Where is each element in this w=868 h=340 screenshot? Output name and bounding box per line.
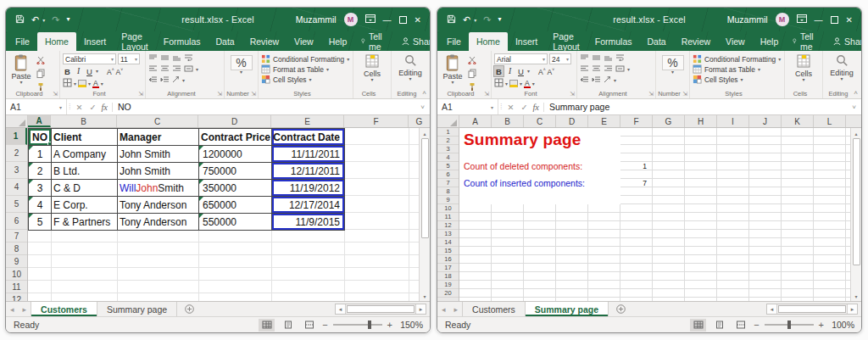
scroll-up-icon[interactable]: ▴ (423, 128, 426, 138)
save-icon[interactable] (447, 14, 456, 25)
row-header[interactable]: 2 (437, 137, 459, 145)
collapse-ribbon-icon[interactable]: ˄ (422, 89, 426, 97)
undo-caret-icon[interactable]: ▾ (42, 17, 45, 23)
align-left-icon[interactable] (148, 65, 158, 74)
column-header[interactable]: I (717, 115, 749, 127)
user-name[interactable]: Muzammil (296, 14, 337, 25)
row-header[interactable]: 5 (6, 196, 27, 213)
increase-indent-icon[interactable] (592, 76, 601, 85)
cell-D5[interactable]: 650000 (199, 197, 272, 214)
tab-file[interactable]: File (8, 31, 37, 51)
row-header[interactable]: 15 (437, 247, 459, 255)
orientation-icon[interactable] (172, 75, 180, 85)
cell-D4[interactable]: 350000 (199, 180, 272, 197)
clipboard-dialog-launcher-icon[interactable]: ⇲ (484, 91, 489, 98)
fill-caret-icon[interactable]: ▾ (88, 82, 91, 86)
cell-B1[interactable]: Client (52, 129, 118, 146)
row-header[interactable]: 1 (437, 128, 459, 137)
undo-icon[interactable]: ↶ (463, 15, 470, 25)
align-top-icon[interactable] (148, 54, 158, 63)
row-header[interactable]: 10 (437, 204, 459, 213)
sheet-tab-summary-page[interactable]: Summary page (526, 302, 609, 316)
increase-font-icon[interactable]: A˄ (107, 67, 114, 76)
formula-input[interactable]: NO (113, 102, 420, 112)
cell-A5[interactable]: 4 (29, 197, 52, 214)
row-header[interactable]: 16 (437, 255, 459, 264)
font-color-icon[interactable]: A (92, 80, 99, 88)
cells-area[interactable]: Summary page Count of deleted components… (459, 128, 850, 301)
underline-caret-icon[interactable]: ▾ (96, 70, 98, 73)
paste-caret-icon[interactable]: ▾ (451, 81, 453, 84)
tab-review[interactable]: Review (242, 31, 287, 51)
align-top-icon[interactable] (580, 54, 589, 63)
sheet-nav-left-icon[interactable]: ◂ (6, 302, 19, 316)
zoom-in-icon[interactable]: + (819, 320, 824, 330)
merge-caret-icon[interactable]: ▾ (196, 68, 198, 71)
cell-A1-selected[interactable]: NO (29, 129, 52, 146)
orientation-icon[interactable] (604, 75, 611, 85)
zoom-slider-thumb[interactable] (787, 320, 791, 329)
column-header-e[interactable]: E (271, 115, 344, 127)
borders-icon[interactable] (63, 78, 72, 89)
cell-C4-tracked-change[interactable]: WillJohn Smith (118, 180, 199, 197)
summary-title-cell[interactable]: Summary page (464, 131, 581, 149)
underline-caret-icon[interactable]: ▾ (527, 70, 530, 73)
cell-A6[interactable]: 5 (29, 214, 52, 231)
editing-caret-icon[interactable]: ▾ (409, 77, 411, 81)
zoom-out-icon[interactable]: − (754, 320, 759, 330)
merge-center-icon[interactable] (615, 65, 625, 74)
inserted-components-label-cell[interactable]: Count of inserted components: (464, 179, 585, 187)
underline-button[interactable]: U (85, 66, 94, 76)
cut-icon[interactable] (36, 56, 45, 66)
align-center-icon[interactable] (160, 65, 170, 74)
font-color-caret-icon[interactable]: ▾ (532, 82, 535, 86)
italic-button[interactable]: I (505, 66, 515, 76)
bold-button[interactable]: B (63, 66, 72, 76)
decrease-indent-icon[interactable] (580, 76, 589, 85)
orientation-caret-icon[interactable]: ▾ (182, 79, 185, 82)
scroll-left-icon[interactable]: ◂ (767, 304, 777, 314)
cell-D2[interactable]: 1200000 (199, 146, 272, 163)
decrease-font-icon[interactable]: A˅ (116, 67, 124, 76)
column-header[interactable]: J (749, 115, 782, 127)
tab-insert[interactable]: Insert (508, 31, 545, 51)
tab-page-layout[interactable]: Page Layout (545, 31, 587, 51)
sheet-nav-left-icon[interactable]: ◂ (437, 302, 450, 316)
sheet-tab-summary-page[interactable]: Summary page (97, 302, 177, 316)
horizontal-scrollbar[interactable]: ◂ ▸ (766, 304, 858, 315)
tab-formulas[interactable]: Formulas (587, 31, 640, 51)
align-bottom-icon[interactable] (172, 54, 181, 63)
select-all-corner[interactable] (6, 115, 28, 127)
redo-icon[interactable]: ↷ (483, 15, 491, 25)
zoom-slider-thumb[interactable] (368, 320, 371, 329)
column-header[interactable]: B (492, 115, 524, 127)
scroll-thumb[interactable] (347, 305, 415, 313)
insert-function-button[interactable]: fx (99, 103, 113, 112)
enter-icon[interactable]: ✓ (517, 103, 531, 112)
column-header[interactable]: H (685, 115, 717, 127)
conditional-formatting-button[interactable]: Conditional Formatting▾ (693, 54, 782, 64)
name-box[interactable]: A1▾ (6, 99, 67, 114)
undo-icon[interactable]: ↶ (31, 15, 39, 25)
cells-icon[interactable] (365, 54, 379, 70)
row-header[interactable]: 1 (6, 128, 27, 145)
scroll-up-icon[interactable]: ▴ (854, 128, 857, 138)
cell-A2[interactable]: 1 (29, 146, 52, 163)
share-button[interactable]: Share (392, 31, 431, 51)
vertical-scrollbar[interactable]: ▴ ▾ (850, 128, 861, 301)
horizontal-scrollbar[interactable]: ◂ ▸ (335, 304, 426, 315)
wrap-text-icon[interactable] (184, 54, 193, 63)
font-name-select[interactable]: Arial▾ (494, 53, 548, 64)
number-dialog-launcher-icon[interactable]: ⇲ (682, 91, 687, 98)
cells-icon[interactable] (797, 54, 810, 70)
font-color-caret-icon[interactable]: ▾ (101, 82, 103, 86)
orientation-caret-icon[interactable]: ▾ (614, 79, 616, 82)
minimize-button[interactable]: — (815, 15, 823, 25)
row-header[interactable]: 17 (437, 264, 459, 272)
name-box[interactable]: A1▾ (437, 99, 498, 114)
normal-view-icon[interactable] (259, 319, 275, 332)
row-header[interactable]: 4 (6, 179, 27, 196)
tab-formulas[interactable]: Formulas (156, 31, 209, 51)
row-header[interactable]: 5 (437, 162, 459, 170)
font-name-select[interactable]: Calibri▾ (63, 53, 116, 64)
